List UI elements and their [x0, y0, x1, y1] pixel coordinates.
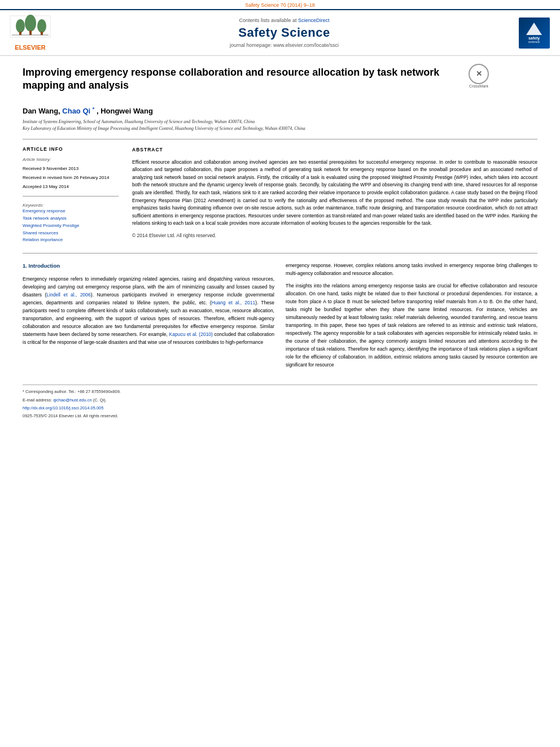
svg-rect-6	[41, 32, 43, 35]
author-hongwei-wang: Hongwei Wang	[100, 107, 153, 115]
article-info-column: ARTICLE INFO Article history: Received 9…	[23, 146, 119, 244]
keywords-section: Keywords: Emergency response Task networ…	[23, 202, 119, 244]
keyword-4: Shared resources	[23, 230, 119, 237]
kapucu-ref[interactable]: Kapucu et al. (2010)	[169, 331, 213, 337]
crossmark-icon[interactable]: ✕	[469, 64, 489, 84]
footnote-doi: http://dx.doi.org/10.1016/j.ssci.2014.05…	[23, 405, 537, 411]
svg-point-2	[25, 15, 36, 32]
body-left-col: 1. Introduction Emergency response refer…	[23, 261, 274, 373]
intro-para1: Emergency response refers to immediately…	[23, 275, 274, 346]
elsevier-logo: ELSEVIER	[9, 15, 51, 51]
abstract-text: Efficient resource allocation and collab…	[132, 159, 537, 228]
abstract-heading: ABSTRACT	[132, 146, 537, 154]
sciencedirect-link[interactable]: ScienceDirect	[298, 18, 330, 23]
footnote-issn: 0925-7535/© 2014 Elsevier Ltd. All right…	[23, 413, 537, 419]
body-divider	[23, 253, 537, 254]
keyword-2: Task network analysis	[23, 215, 119, 222]
authors-line: Dan Wang, Chao Qi * , Hongwei Wang	[23, 106, 537, 115]
lindell-ref[interactable]: Lindell et al., 2006	[46, 292, 90, 298]
intro-para2: The insights into the relations among em…	[286, 282, 537, 369]
keyword-3: Weighted Proximity Prestige	[23, 222, 119, 230]
keyword-1: Emergency response	[23, 208, 119, 215]
info-divider	[23, 196, 119, 196]
badge-text1: safety	[528, 36, 540, 40]
history-label: Article history:	[23, 156, 119, 163]
article-info-heading: ARTICLE INFO	[23, 146, 119, 152]
author-chao-qi[interactable]: Chao Qi	[62, 107, 90, 115]
email-link[interactable]: qichao@hust.edu.cn	[53, 397, 92, 403]
journal-homepage: journal homepage: www.elsevier.com/locat…	[58, 42, 510, 48]
sciencedirect-line: Contents lists available at ScienceDirec…	[58, 18, 510, 23]
article-title: Improving emergency response collaborati…	[23, 66, 463, 93]
corresponding-star: *	[93, 106, 95, 112]
author-dan-wang: Dan Wang,	[23, 107, 62, 115]
abstract-column: ABSTRACT Efficient resource allocation a…	[132, 146, 537, 244]
safety-science-badge: safety science	[517, 18, 551, 49]
body-two-col: 1. Introduction Emergency response refer…	[23, 261, 537, 373]
footnote-area: * Corresponding author. Tel.: +86 27 875…	[23, 385, 537, 419]
badge-text2: science	[528, 40, 540, 43]
divider-after-affiliations	[23, 139, 537, 139]
svg-rect-5	[29, 30, 32, 35]
journal-center-info: Contents lists available at ScienceDirec…	[58, 18, 510, 48]
keyword-5: Relation importance	[23, 237, 119, 244]
keywords-label: Keywords:	[23, 203, 43, 208]
badge-box: safety science	[519, 18, 550, 49]
citation-text: Safety Science 70 (2014) 9–18	[245, 2, 315, 8]
keywords-list: Emergency response Task network analysis…	[23, 208, 119, 244]
revised-date: Received in revised form 26 February 201…	[23, 174, 119, 181]
section-number: 1.	[23, 263, 27, 269]
journal-header: ELSEVIER Contents lists available at Sci…	[0, 9, 560, 56]
footnote-email: E-mail address: qichao@hust.edu.cn (C. Q…	[23, 397, 537, 403]
article-info-abstract-container: ARTICLE INFO Article history: Received 9…	[23, 146, 537, 244]
huang-ref[interactable]: Huang et al., 2011	[212, 300, 256, 305]
affiliations: Institute of Systems Engineering, School…	[23, 119, 537, 132]
svg-point-1	[16, 19, 25, 33]
elsevier-tree-graphic	[9, 15, 51, 43]
affiliation-2: Key Laboratory of Education Ministry of …	[23, 125, 537, 132]
body-right-col: emergency response. However, complex rel…	[286, 261, 537, 373]
footnote-corresponding: * Corresponding author. Tel.: +86 27 875…	[23, 388, 537, 395]
contents-available-text: Contents lists available at	[239, 18, 296, 23]
intro-para1-cont: emergency response. However, complex rel…	[286, 261, 537, 277]
svg-rect-4	[19, 32, 21, 35]
crossmark-symbol: ✕	[476, 69, 482, 78]
section-title-text: Introduction	[29, 263, 60, 269]
intro-title: 1. Introduction	[23, 261, 274, 270]
elsevier-brand-text: ELSEVIER	[15, 44, 45, 51]
main-content: Improving emergency response collaborati…	[0, 56, 560, 426]
accepted-date: Accepted 13 May 2014	[23, 184, 119, 190]
received-date: Received 9 November 2013	[23, 165, 119, 172]
doi-link[interactable]: http://dx.doi.org/10.1016/j.ssci.2014.05…	[23, 405, 103, 410]
journal-title: Safety Science	[58, 25, 510, 40]
affiliation-1: Institute of Systems Engineering, School…	[23, 119, 537, 125]
badge-triangle	[526, 23, 542, 35]
citation-bar: Safety Science 70 (2014) 9–18	[0, 0, 560, 9]
svg-point-3	[37, 19, 46, 33]
copyright-text: © 2014 Elsevier Ltd. All rights reserved…	[132, 232, 537, 240]
